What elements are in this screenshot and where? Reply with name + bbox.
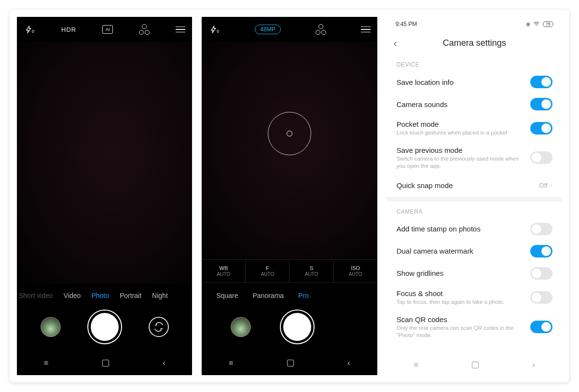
setting-add-time-stamp-on-photos[interactable]: Add time stamp on photos bbox=[387, 218, 562, 240]
setting-quick-snap-mode[interactable]: Quick snap modeOff› bbox=[387, 175, 562, 197]
setting-title: Save location info bbox=[397, 78, 454, 86]
setting-title: Dual camera watermark bbox=[397, 247, 473, 255]
toggle-switch[interactable] bbox=[530, 151, 552, 164]
toggle-switch[interactable] bbox=[530, 291, 552, 304]
mode-panorama[interactable]: Panorama bbox=[252, 292, 284, 299]
gallery-thumbnail[interactable] bbox=[231, 317, 251, 337]
setting-value: Off› bbox=[539, 182, 552, 189]
setting-save-location-info[interactable]: Save location info bbox=[387, 71, 562, 93]
chevron-right-icon: › bbox=[551, 182, 552, 189]
mode-square[interactable]: Square bbox=[216, 292, 238, 299]
setting-scan-qr-codes[interactable]: Scan QR codesOnly the rear camera can sc… bbox=[387, 311, 562, 344]
setting-subtitle: Lock touch gestures when placed in a poc… bbox=[397, 129, 508, 136]
settings-title: Camera settings bbox=[443, 38, 506, 48]
shutter-button[interactable] bbox=[280, 310, 315, 344]
gallery-thumbnail[interactable] bbox=[41, 317, 61, 337]
mode-night[interactable]: Night bbox=[152, 292, 168, 299]
ai-icon[interactable]: AI bbox=[102, 25, 113, 34]
setting-title: Save previous mode bbox=[397, 146, 522, 154]
home-icon[interactable] bbox=[102, 360, 109, 366]
toggle-switch[interactable] bbox=[530, 267, 552, 280]
mode-portrait[interactable]: Portrait bbox=[120, 292, 141, 299]
shutter-button[interactable] bbox=[87, 310, 122, 344]
back-button[interactable]: ‹ bbox=[394, 38, 397, 49]
setting-save-previous-mode[interactable]: Save previous modeSwitch camera to the p… bbox=[387, 141, 562, 175]
toggle-switch[interactable] bbox=[530, 321, 552, 333]
setting-dual-camera-watermark[interactable]: Dual camera watermark bbox=[387, 240, 562, 262]
menu-icon[interactable] bbox=[361, 27, 371, 33]
camera-top-bar: 0 48MP bbox=[202, 17, 377, 42]
toggle-switch[interactable] bbox=[530, 223, 552, 235]
pro-f[interactable]: FAUTO bbox=[246, 260, 290, 282]
recents-icon[interactable]: ≡ bbox=[414, 361, 418, 369]
setting-camera-sounds[interactable]: Camera sounds bbox=[387, 93, 562, 115]
toggle-switch[interactable] bbox=[530, 122, 552, 135]
settings-list: DEVICESave location infoCamera soundsPoc… bbox=[387, 54, 562, 344]
pro-wb[interactable]: WBAUTO bbox=[202, 260, 246, 282]
flash-icon[interactable]: 0 bbox=[208, 24, 220, 35]
mode-selector[interactable]: Short videoVideoPhotoPortraitNight bbox=[17, 286, 192, 305]
camera-top-bar: 0 HDR AI bbox=[17, 17, 192, 42]
toggle-switch[interactable] bbox=[530, 76, 552, 88]
mode-short-video[interactable]: Short video bbox=[19, 292, 53, 299]
toggle-switch[interactable] bbox=[530, 98, 552, 110]
android-nav-bar: ≡ ‹ bbox=[17, 356, 192, 370]
android-nav-bar: ≡ ‹ bbox=[202, 356, 377, 370]
focus-indicator-icon bbox=[268, 112, 311, 155]
pro-iso[interactable]: ISOAUTO bbox=[334, 260, 377, 282]
setting-title: Scan QR codes bbox=[397, 315, 522, 324]
camera-viewfinder[interactable] bbox=[202, 42, 377, 259]
camera-photo-screen: 0 HDR AI Short videoVideoPhotoPortraitNi… bbox=[17, 17, 192, 375]
pro-s[interactable]: SAUTO bbox=[290, 260, 333, 282]
camera-viewfinder[interactable] bbox=[17, 42, 192, 284]
setting-title: Focus & shoot bbox=[397, 289, 505, 297]
setting-subtitle: Only the rear camera can scan QR codes i… bbox=[397, 324, 522, 339]
setting-focus-shoot[interactable]: Focus & shootTap to focus, then tap agai… bbox=[387, 284, 562, 311]
hdr-toggle[interactable]: HDR bbox=[61, 26, 76, 33]
menu-icon[interactable] bbox=[176, 27, 185, 33]
recents-icon[interactable]: ≡ bbox=[44, 359, 48, 367]
rotation-lock-icon: ⊗ bbox=[526, 21, 530, 27]
setting-title: Pocket mode bbox=[397, 120, 508, 128]
back-icon[interactable]: ‹ bbox=[348, 359, 350, 367]
pro-settings-row: WBAUTOFAUTOSAUTOISOAUTO bbox=[202, 259, 377, 283]
setting-subtitle: Tap to focus, then tap again to take a p… bbox=[397, 298, 505, 306]
status-time: 9:45 PM bbox=[396, 21, 417, 27]
setting-title: Show gridlines bbox=[397, 269, 444, 277]
setting-title: Camera sounds bbox=[397, 100, 448, 108]
setting-title: Quick snap mode bbox=[397, 181, 453, 189]
camera-pro-screen: 0 48MP WBAUTOFAUTOSAUTOISOAUTO SquarePan… bbox=[202, 17, 377, 375]
flash-icon[interactable]: 0 bbox=[24, 24, 35, 35]
shutter-row bbox=[17, 305, 192, 349]
camera-settings-screen: 9:45 PM ⊗ 75 ‹ Camera settings DEVICESav… bbox=[387, 17, 562, 375]
filter-icon[interactable] bbox=[316, 24, 326, 35]
filter-icon[interactable] bbox=[139, 24, 150, 35]
shutter-row bbox=[202, 305, 377, 349]
toggle-switch[interactable] bbox=[530, 245, 552, 257]
battery-icon: 75 bbox=[543, 21, 553, 27]
section-header: DEVICE bbox=[387, 54, 562, 71]
setting-pocket-mode[interactable]: Pocket modeLock touch gestures when plac… bbox=[387, 115, 562, 141]
back-icon[interactable]: ‹ bbox=[533, 361, 535, 369]
wifi-icon bbox=[533, 20, 540, 28]
mode-photo[interactable]: Photo bbox=[91, 292, 109, 299]
resolution-badge[interactable]: 48MP bbox=[255, 25, 280, 34]
section-header: CAMERA bbox=[387, 202, 562, 218]
mode-video[interactable]: Video bbox=[64, 292, 81, 299]
settings-header: ‹ Camera settings bbox=[387, 31, 562, 54]
home-icon[interactable] bbox=[472, 362, 479, 368]
back-icon[interactable]: ‹ bbox=[163, 359, 165, 367]
status-bar: 9:45 PM ⊗ 75 bbox=[387, 17, 562, 31]
android-nav-bar: ≡ ‹ bbox=[387, 358, 562, 372]
camera-switch-icon[interactable] bbox=[149, 317, 169, 337]
mode-selector[interactable]: SquarePanoramaPro bbox=[202, 286, 377, 305]
mode-pro[interactable]: Pro bbox=[298, 292, 309, 299]
setting-show-gridlines[interactable]: Show gridlines bbox=[387, 262, 562, 284]
setting-title: Add time stamp on photos bbox=[397, 225, 481, 233]
recents-icon[interactable]: ≡ bbox=[229, 359, 233, 367]
setting-subtitle: Switch camera to the previously used mod… bbox=[397, 155, 522, 170]
home-icon[interactable] bbox=[287, 360, 294, 366]
